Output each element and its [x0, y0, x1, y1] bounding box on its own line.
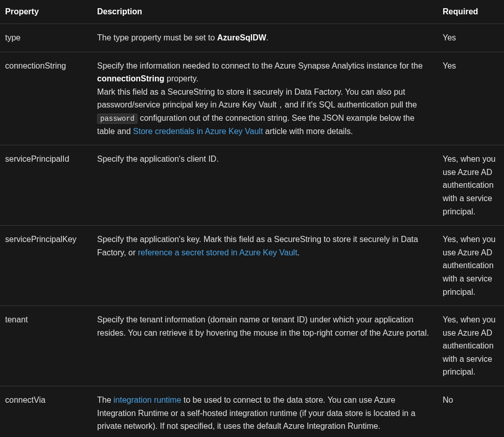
cell-required: Yes, when you use Azure AD authenticatio… — [438, 306, 504, 386]
bold-text: connectionString — [97, 74, 165, 83]
cell-description: Specify the application's client ID. — [92, 145, 438, 226]
text: article with more details. — [263, 127, 353, 136]
header-property: Property — [0, 0, 92, 24]
text: Specify the information needed to connec… — [97, 61, 423, 70]
text: The — [97, 396, 113, 404]
header-description: Description — [92, 0, 438, 24]
table-row: type The type property must be set to Az… — [0, 24, 504, 52]
cell-property: servicePrincipalKey — [0, 226, 92, 306]
cell-property: servicePrincipalId — [0, 145, 92, 226]
link-reference-secret[interactable]: reference a secret stored in Azure Key V… — [138, 248, 297, 257]
text: The type property must be set to — [97, 33, 217, 42]
cell-property: tenant — [0, 306, 92, 386]
link-store-credentials[interactable]: Store credentials in Azure Key Vault — [133, 127, 263, 136]
cell-description: The type property must be set to AzureSq… — [92, 24, 438, 52]
cell-property: connectVia — [0, 386, 92, 437]
cell-required: No — [438, 386, 504, 437]
cell-description: The integration runtime to be used to co… — [92, 386, 438, 437]
table-row: servicePrincipalKey Specify the applicat… — [0, 226, 504, 306]
table-row: tenant Specify the tenant information (d… — [0, 306, 504, 386]
cell-required: Yes — [438, 52, 504, 145]
cell-description: Specify the information needed to connec… — [92, 52, 438, 145]
cell-description: Specify the tenant information (domain n… — [92, 306, 438, 386]
text: . — [297, 248, 300, 257]
text: . — [266, 33, 268, 42]
cell-description: Specify the application's key. Mark this… — [92, 226, 438, 306]
cell-property: connectionString — [0, 52, 92, 145]
properties-table: Property Description Required type The t… — [0, 0, 504, 437]
cell-property: type — [0, 24, 92, 52]
header-required: Required — [438, 0, 504, 24]
cell-required: Yes, when you use Azure AD authenticatio… — [438, 145, 504, 226]
table-row: connectVia The integration runtime to be… — [0, 386, 504, 437]
link-integration-runtime[interactable]: integration runtime — [113, 396, 181, 404]
text: property. — [165, 74, 198, 83]
code-inline: password — [97, 114, 138, 124]
cell-required: Yes, when you use Azure AD authenticatio… — [438, 226, 504, 306]
text: Mark this field as a SecureString to sto… — [97, 88, 417, 110]
table-row: servicePrincipalId Specify the applicati… — [0, 145, 504, 226]
cell-required: Yes — [438, 24, 504, 52]
table-header-row: Property Description Required — [0, 0, 504, 24]
table-row: connectionString Specify the information… — [0, 52, 504, 145]
bold-text: AzureSqlDW — [217, 33, 266, 42]
